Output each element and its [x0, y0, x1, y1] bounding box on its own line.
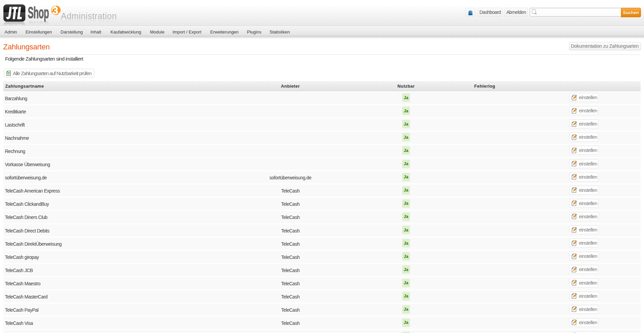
- svg-text:3: 3: [52, 5, 58, 16]
